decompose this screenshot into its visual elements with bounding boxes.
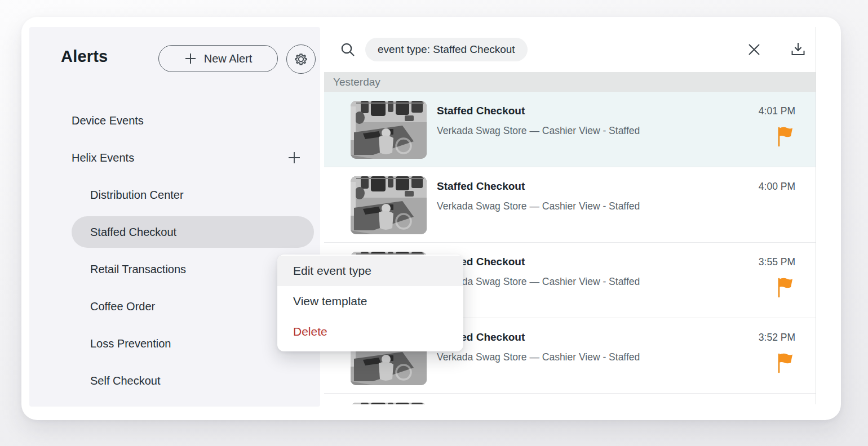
context-menu-item-view-template[interactable]: View template (277, 286, 463, 316)
event-title: Staffed Checkout (437, 105, 525, 117)
sidebar-item-label: Distribution Center (90, 189, 184, 202)
event-row[interactable] (324, 394, 816, 404)
event-group-header: Yesterday (324, 72, 816, 92)
camera-snapshot-image (351, 176, 427, 234)
event-time: 4:00 PM (759, 181, 795, 193)
context-menu-item-label: View template (293, 295, 367, 307)
sidebar-item-list: Device Events Helix Events Distribution … (29, 105, 320, 402)
camera-snapshot-image (351, 403, 427, 404)
event-source: Verkada Swag Store — Cashier View - Staf… (437, 351, 640, 363)
sidebar-item-label: Self Checkout (90, 374, 161, 387)
download-icon (790, 41, 807, 58)
search-bar[interactable]: event type: Staffed Checkout (324, 27, 816, 72)
context-menu-item-edit-event-type[interactable]: Edit event type (277, 256, 463, 286)
alerts-window: Alerts New Alert Device Eve (21, 17, 841, 420)
event-time: 3:55 PM (759, 256, 795, 268)
sidebar-item-distribution-center[interactable]: Distribution Center (72, 179, 314, 211)
new-alert-button-label: New Alert (204, 52, 253, 65)
sidebar-item-label: Helix Events (72, 151, 134, 164)
flag-icon[interactable] (776, 278, 794, 300)
camera-snapshot-image (351, 101, 427, 159)
event-time: 4:01 PM (759, 105, 795, 117)
context-menu: Edit event type View template Delete (277, 255, 463, 351)
search-icon (340, 42, 356, 60)
event-thumbnail[interactable] (351, 403, 427, 404)
event-list: Staffed Checkout Verkada Swag Store — Ca… (324, 92, 816, 404)
gear-icon (293, 51, 309, 67)
close-icon (747, 42, 761, 57)
event-group-label: Yesterday (333, 76, 380, 88)
flag-icon[interactable] (776, 127, 794, 149)
screen: Alerts New Alert Device Eve (0, 0, 868, 446)
search-filter-chip[interactable]: event type: Staffed Checkout (365, 38, 528, 61)
export-button[interactable] (790, 41, 807, 58)
sidebar-item-staffed-checkout[interactable]: Staffed Checkout (72, 216, 314, 248)
add-event-type-icon[interactable] (287, 150, 302, 165)
sidebar-item-label: Staffed Checkout (90, 226, 176, 239)
sidebar: Alerts New Alert Device Eve (29, 27, 320, 407)
event-source: Verkada Swag Store — Cashier View - Staf… (437, 200, 640, 212)
sidebar-item-label: Retail Transactions (90, 263, 186, 276)
event-title: Staffed Checkout (437, 180, 525, 193)
flag-icon[interactable] (776, 353, 794, 376)
context-menu-item-delete[interactable]: Delete (277, 316, 463, 347)
sidebar-item-self-checkout[interactable]: Self Checkout (72, 365, 314, 396)
event-thumbnail[interactable] (351, 176, 427, 234)
event-row[interactable]: Staffed Checkout Verkada Swag Store — Ca… (324, 167, 816, 243)
alert-settings-button[interactable] (286, 44, 316, 74)
context-menu-item-label: Edit event type (293, 264, 371, 277)
page-title: Alerts (61, 47, 108, 66)
sidebar-item-label: Loss Prevention (90, 337, 171, 350)
clear-search-button[interactable] (747, 42, 761, 57)
event-source: Verkada Swag Store — Cashier View - Staf… (437, 125, 640, 137)
sidebar-item-device-events[interactable]: Device Events (72, 105, 314, 136)
sidebar-item-label: Device Events (72, 114, 144, 127)
event-source: Verkada Swag Store — Cashier View - Staf… (437, 276, 640, 288)
sidebar-item-helix-events[interactable]: Helix Events (72, 142, 314, 173)
sidebar-item-label: Coffee Order (90, 300, 155, 313)
event-row[interactable]: Staffed Checkout Verkada Swag Store — Ca… (324, 92, 816, 167)
event-thumbnail[interactable] (351, 101, 427, 159)
context-menu-item-label: Delete (293, 325, 327, 338)
new-alert-button[interactable]: New Alert (158, 45, 278, 72)
event-time: 3:52 PM (759, 332, 795, 344)
plus-icon (184, 52, 197, 65)
